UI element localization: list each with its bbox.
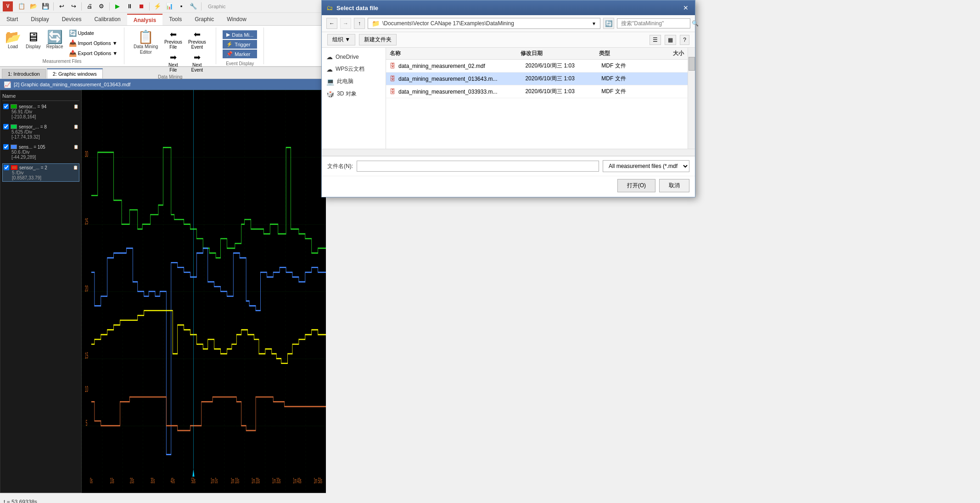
update-btn[interactable]: 🔄 Update (66, 28, 121, 38)
load-btn[interactable]: 📂 Load (4, 28, 22, 50)
sidebar-item-wps[interactable]: ☁ WPS云文档 (324, 63, 384, 75)
quick-marker-btn[interactable]: ▪ (176, 1, 186, 11)
data-mi-icon: ▶ (226, 32, 230, 38)
quick-play-btn[interactable]: ▶ (112, 1, 123, 11)
quick-pause-btn[interactable]: ⏸ (124, 1, 134, 11)
legend-cb-2[interactable] (3, 144, 9, 150)
import-options-btn[interactable]: 📥 Import Options ▼ (66, 39, 121, 48)
file-row-0[interactable]: 🗄 data_mining_measurement_02.mdf 2020/6/… (386, 60, 688, 73)
open-btn[interactable]: 打开(O) (617, 179, 655, 192)
file-icon-1: 🗄 (390, 75, 396, 82)
replace-btn[interactable]: 🔄 Replace (45, 28, 65, 50)
quick-new-btn[interactable]: 📋 (17, 1, 27, 11)
separator5 (201, 2, 202, 11)
legend-div-0: 56.91 /Div (11, 109, 78, 114)
tab-tools[interactable]: Tools (162, 13, 188, 25)
graphic-icon: 📈 (4, 81, 11, 88)
quick-stop-btn[interactable]: ⏹ (136, 1, 146, 11)
file-row-2[interactable]: 🗄 data_mining_measurement_033933.m... 20… (386, 85, 688, 98)
tab-devices[interactable]: Devices (56, 13, 88, 25)
workspace-tab-1[interactable]: 1: Introduction (2, 69, 46, 78)
ribbon-content: 📂 Load 🖥 Display 🔄 Replace 🔄 (0, 26, 326, 67)
chart-area: Name sensor... = 94 📋 56.91 /Div [-210.8… (0, 90, 326, 493)
tab-analysis[interactable]: Analysis (127, 14, 162, 25)
col-type[interactable]: 类型 (599, 50, 651, 57)
quick-undo-btn[interactable]: ↩ (56, 1, 67, 11)
up-btn[interactable]: ↑ (354, 18, 365, 29)
status-bar: t = 53.69338s 10(2)s/Div (0, 493, 326, 503)
legend-copy-icon-3: 📋 (73, 165, 78, 170)
dialog-scrollbar[interactable] (688, 48, 695, 149)
help-btn[interactable]: ? (680, 35, 689, 45)
sidebar-item-onedrive[interactable]: ☁ OneDrive (324, 51, 384, 62)
dialog-title-bar: 🗂 Select data file ✕ (322, 0, 695, 15)
refresh-btn[interactable]: 🔄 (603, 18, 614, 29)
svg-text:0s: 0s (90, 476, 93, 485)
ribbon-group-measurement-files: 📂 Load 🖥 Display 🔄 Replace 🔄 (0, 28, 124, 64)
filetype-dropdown[interactable]: All measurement files (*.mdf (603, 160, 689, 172)
previous-event-btn[interactable]: ⬅ Previous Event (185, 28, 208, 50)
tab-start[interactable]: Start (0, 13, 24, 25)
export-icon: 📤 (69, 50, 76, 57)
quick-save-btn[interactable]: 💾 (40, 1, 50, 11)
legend-color-0 (11, 104, 17, 109)
legend-cb-1[interactable] (3, 124, 9, 129)
display-btn[interactable]: 🖥 Display (24, 28, 43, 50)
quick-chart-btn[interactable]: 📊 (164, 1, 174, 11)
svg-rect-4 (82, 90, 326, 493)
file-date-0: 2020/6/10/周三 1:03 (525, 62, 601, 70)
data-mining-event-btn[interactable]: ▶ Data Mi... (223, 30, 257, 39)
quick-redo-btn[interactable]: ↪ (68, 1, 78, 11)
view-btn2[interactable]: ▦ (665, 35, 676, 45)
marker-btn[interactable]: 📌 Marker (223, 50, 257, 58)
quick-settings-btn[interactable]: ⚙ (96, 1, 106, 11)
file-nav-btns: ⬅ Previous File ➡ Next File (162, 28, 185, 73)
data-mining-editor-btn[interactable]: 📋 Data Mining Editor (132, 28, 160, 56)
trigger-btn[interactable]: ⚡ Trigger (223, 40, 257, 49)
organize-btn[interactable]: 组织 ▼ (327, 34, 355, 45)
sidebar-item-thispc[interactable]: 💻 此电脑 (324, 76, 384, 87)
quick-open-btn[interactable]: 📂 (28, 1, 39, 11)
svg-text:25: 25 (85, 216, 88, 226)
dialog-close-btn[interactable]: ✕ (681, 4, 690, 11)
h-scrollbar[interactable] (322, 149, 695, 156)
workspace-tab-2[interactable]: 2: Graphic windows (47, 68, 103, 78)
search-icon[interactable]: 🔍 (692, 20, 699, 27)
tab-graphic[interactable]: Graphic (188, 13, 220, 25)
file-name-1: data_mining_measurement_013643.m... (398, 76, 525, 82)
nav-btns-container: ⬅ Previous File ➡ Next File ⬅ Previous E… (162, 28, 208, 73)
legend-cb-3[interactable] (4, 165, 9, 170)
tab-window[interactable]: Window (220, 13, 253, 25)
data-mining-group-label: Data Mining (158, 73, 182, 79)
search-input[interactable] (621, 20, 690, 27)
new-folder-btn[interactable]: 新建文件夹 (359, 34, 397, 45)
col-date[interactable]: 修改日期 (521, 50, 599, 57)
chart-svg-container[interactable]: 30 25 20 15 10 5 0s 10s 20s 30s 40s 50s … (82, 90, 326, 493)
sidebar-item-3d[interactable]: 🎲 3D 对象 (324, 88, 384, 100)
file-row-1[interactable]: 🗄 data_mining_measurement_013643.m... 20… (386, 73, 688, 85)
back-btn[interactable]: ← (326, 18, 337, 29)
filename-input[interactable] (357, 161, 599, 172)
legend-row-0: sensor... = 94 📋 (3, 104, 78, 109)
legend-panel: Name sensor... = 94 📋 56.91 /Div [-210.8… (0, 90, 82, 493)
tab-calibration[interactable]: Calibration (88, 13, 127, 25)
quick-lightning-btn[interactable]: ⚡ (152, 1, 162, 11)
previous-file-btn[interactable]: ⬅ Previous File (162, 28, 185, 50)
legend-cb-0[interactable] (3, 104, 9, 109)
forward-btn[interactable]: → (340, 18, 351, 29)
ribbon-group-event-display: ▶ Data Mi... ⚡ Trigger 📌 Marker Event Di… (216, 28, 264, 64)
path-dropdown[interactable]: ▼ (592, 21, 596, 26)
svg-text:30: 30 (85, 149, 88, 159)
view-btn1[interactable]: ☰ (650, 35, 661, 45)
quick-tool-btn[interactable]: 🔧 (188, 1, 198, 11)
scrollbar-thumb[interactable] (689, 57, 695, 71)
next-file-btn[interactable]: ➡ Next File (162, 51, 185, 73)
quick-print-btn[interactable]: 🖨 (84, 1, 95, 11)
tab-display[interactable]: Display (24, 13, 55, 25)
cancel-btn[interactable]: 取消 (659, 179, 689, 192)
next-event-btn[interactable]: ➡ Next Event (185, 51, 208, 73)
col-size[interactable]: 大小 (651, 50, 684, 57)
export-options-btn[interactable]: 📤 Export Options ▼ (66, 49, 121, 58)
col-name[interactable]: 名称 (390, 50, 521, 57)
legend-name-3: sensor_... = 2 (19, 165, 71, 170)
